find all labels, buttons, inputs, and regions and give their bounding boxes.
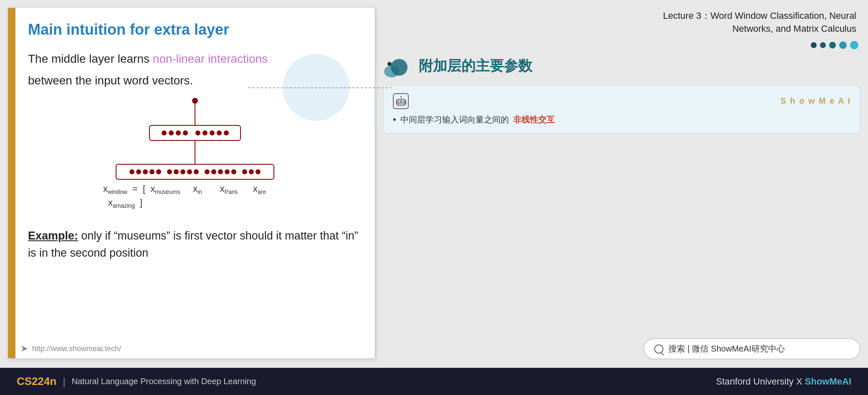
node-dot xyxy=(225,169,230,174)
example-label: Example: xyxy=(28,229,78,242)
bracket-close: ] xyxy=(137,197,142,208)
footer-left: CS224n | Natural Language Processing wit… xyxy=(17,375,256,388)
content-area: Main intuition for extra layer The middl… xyxy=(0,0,868,368)
lecture-header: Lecture 3：Word Window Classification, Ne… xyxy=(383,8,860,38)
node-dot xyxy=(249,169,254,174)
footer-x-symbol: X xyxy=(796,376,805,387)
node-dot xyxy=(231,169,236,174)
x-window-label: xwindow xyxy=(103,183,127,195)
search-text: 搜索 | 微信 ShowMeAI研究中心 xyxy=(668,343,785,354)
body-prefix: The middle layer learns xyxy=(28,52,153,65)
nonlinear-text: non-linear interactions xyxy=(153,52,268,65)
chinese-title-area: 附加层的主要参数 xyxy=(383,53,860,80)
eq-line2: xamazing ] xyxy=(108,197,266,209)
dashed-connector xyxy=(248,87,392,88)
eq-line1: xwindow = [ xmuseums xin xParis xare xyxy=(103,183,266,195)
node-dot xyxy=(174,169,179,174)
node-dot xyxy=(169,130,174,135)
node-dot xyxy=(194,169,199,174)
right-panel: Lecture 3：Word Window Classification, Ne… xyxy=(383,8,860,364)
chinese-title: 附加层的主要参数 xyxy=(419,56,532,76)
page-container: Main intuition for extra layer The middl… xyxy=(0,0,868,395)
wave-graphic xyxy=(383,55,412,78)
x-are: xare xyxy=(253,183,266,195)
slide-url: http://www.showmeai.tech/ xyxy=(32,344,121,353)
node-dot xyxy=(210,130,215,135)
dot-3 xyxy=(829,42,836,48)
stanford-text: Stanford University xyxy=(716,376,794,387)
header-dots-row xyxy=(383,41,858,49)
node-dot xyxy=(143,169,148,174)
dot-5 xyxy=(850,41,858,49)
robot-symbol: 🤖 xyxy=(395,96,407,107)
footer-showmeai: ShowMeAI xyxy=(805,376,851,387)
node-dot xyxy=(224,130,229,135)
dot-4 xyxy=(839,41,847,49)
node-dot xyxy=(176,130,181,135)
slide-panel: Main intuition for extra layer The middl… xyxy=(8,8,375,359)
search-icon xyxy=(654,344,663,354)
neural-diagram: xwindow = [ xmuseums xin xParis xare xyxy=(91,98,299,215)
output-node xyxy=(192,98,198,104)
node-dot xyxy=(187,169,192,174)
top-layer-box xyxy=(149,125,241,141)
footer-separator: | xyxy=(63,376,65,387)
footer-right: Stanford University X ShowMeAI xyxy=(716,376,851,387)
node-dot xyxy=(211,169,216,174)
node-dot xyxy=(167,169,172,174)
card-header-row: 🤖 S h o w M e A I xyxy=(393,93,851,109)
search-bar-area: 搜索 | 微信 ShowMeAI研究中心 xyxy=(383,334,860,364)
x-paris: xParis xyxy=(220,183,238,195)
bullet-prefix: 中间层学习输入词向量之间的 xyxy=(400,114,509,125)
bottom-layer-box xyxy=(116,164,274,180)
node-dot xyxy=(205,169,210,174)
node-dot xyxy=(218,169,223,174)
example-text: Example: only if “museums” is first vect… xyxy=(28,227,362,261)
slide-content: Main intuition for extra layer The middl… xyxy=(20,8,375,339)
slide-left-bar xyxy=(8,8,15,358)
bullet-dot: • xyxy=(393,114,396,125)
svg-point-2 xyxy=(387,62,392,66)
dot-2 xyxy=(820,42,826,48)
lecture-title-line2: Networks, and Matrix Calculus xyxy=(387,23,856,36)
x-amazing: xamazing xyxy=(108,197,135,209)
middle-vertical-line xyxy=(195,141,195,164)
node-dot xyxy=(180,169,185,174)
node-dot xyxy=(149,169,154,174)
top-right-section: Lecture 3：Word Window Classification, Ne… xyxy=(383,8,860,133)
footer-subtitle: Natural Language Processing with Deep Le… xyxy=(72,377,256,386)
node-dot xyxy=(202,130,208,135)
cursor-icon: ➤ xyxy=(20,343,28,354)
equation-area: xwindow = [ xmuseums xin xParis xare xyxy=(103,183,266,209)
showmeai-card-label: S h o w M e A I xyxy=(780,96,851,106)
node-dot xyxy=(183,130,188,135)
nonlinear-chinese: 非线性交互 xyxy=(513,114,555,125)
bullet-point: • 中间层学习输入词向量之间的非线性交互 xyxy=(393,114,851,125)
x-in: xin xyxy=(193,183,202,195)
dot-1 xyxy=(811,42,817,48)
node-dot xyxy=(129,169,134,174)
x-museums: xmuseums xyxy=(150,183,180,195)
node-dot xyxy=(242,169,247,174)
robot-icon: 🤖 xyxy=(393,93,409,109)
eq-equals: = [ xyxy=(130,183,148,194)
node-dot xyxy=(217,130,222,135)
slide-footer: ➤ http://www.showmeai.tech/ xyxy=(8,339,375,358)
top-vertical-line xyxy=(195,104,195,125)
lecture-title-line1: Lecture 3：Word Window Classification, Ne… xyxy=(387,10,856,23)
node-dot xyxy=(256,169,261,174)
node-dot xyxy=(136,169,141,174)
node-dot xyxy=(162,130,167,135)
slide-title: Main intuition for extra layer xyxy=(28,20,362,38)
search-box[interactable]: 搜索 | 微信 ShowMeAI研究中心 xyxy=(643,338,860,359)
svg-point-1 xyxy=(391,59,407,76)
bottom-footer: CS224n | Natural Language Processing wit… xyxy=(0,368,868,395)
translation-card: 🤖 S h o w M e A I • 中间层学习输入词向量之间的非线性交互 xyxy=(383,85,860,133)
cs224n-label: CS224n xyxy=(17,375,56,388)
node-dot xyxy=(195,130,200,135)
node-dot xyxy=(156,169,161,174)
